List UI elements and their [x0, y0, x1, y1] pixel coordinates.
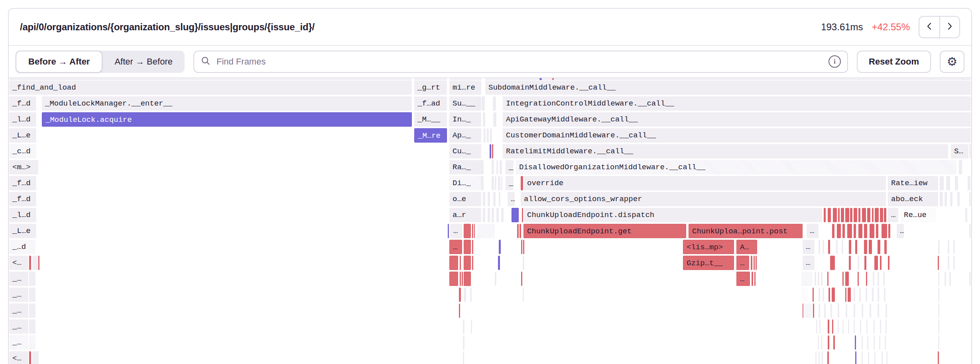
flame-sliver[interactable]	[858, 224, 862, 238]
flame-sliver[interactable]	[477, 224, 495, 238]
flame-frame[interactable]: In…_	[449, 112, 481, 127]
flame-sliver[interactable]	[869, 240, 872, 254]
flame-sliver[interactable]	[463, 319, 464, 334]
flame-sliver[interactable]	[819, 240, 820, 254]
flame-sliver[interactable]	[819, 319, 821, 334]
flame-sliver[interactable]	[29, 288, 35, 302]
flame-sliver[interactable]	[493, 96, 496, 111]
flame-sliver[interactable]	[449, 256, 458, 270]
flame-sliver[interactable]	[884, 288, 886, 302]
flame-frame[interactable]: ApiGatewayMiddleware.__call__	[503, 112, 971, 127]
flame-frame[interactable]: …	[736, 272, 750, 286]
flame-sliver[interactable]	[463, 351, 464, 364]
flame-sliver[interactable]	[866, 288, 867, 302]
flame-sliver[interactable]	[854, 319, 855, 334]
flame-sliver[interactable]	[827, 351, 829, 364]
flame-sliver[interactable]	[867, 208, 870, 222]
flame-sliver[interactable]	[969, 272, 971, 286]
flame-sliver[interactable]	[816, 319, 817, 334]
flame-frame[interactable]: _ModuleLock.acquire	[42, 112, 412, 127]
flame-frame[interactable]: _…	[9, 335, 28, 350]
flame-frame[interactable]: Ra…_	[449, 160, 481, 174]
flame-sliver[interactable]	[850, 208, 852, 222]
flame-sliver[interactable]	[492, 144, 493, 159]
flame-sliver[interactable]	[938, 303, 939, 318]
flame-sliver[interactable]	[498, 256, 500, 270]
flame-sliver[interactable]	[830, 303, 832, 318]
flame-sliver[interactable]	[496, 160, 498, 174]
flame-sliver[interactable]	[828, 335, 829, 350]
flame-frame[interactable]: …	[450, 224, 462, 238]
flame-sliver[interactable]	[884, 240, 887, 254]
flame-sliver[interactable]	[464, 240, 471, 254]
flame-sliver[interactable]	[874, 319, 875, 334]
flame-frame[interactable]: …	[897, 224, 904, 238]
flame-frame[interactable]: override	[524, 176, 886, 190]
flame-sliver[interactable]	[493, 112, 496, 127]
flame-sliver[interactable]	[815, 351, 817, 364]
flame-frame[interactable]: _…	[9, 288, 28, 302]
flame-sliver[interactable]	[490, 128, 492, 143]
flame-frame[interactable]: _L…e	[9, 224, 36, 238]
flame-sliver[interactable]	[845, 288, 846, 302]
flame-sliver[interactable]	[862, 208, 866, 222]
flame-sliver[interactable]	[859, 288, 861, 302]
flame-frame[interactable]: o…e	[449, 192, 481, 206]
flame-sliver[interactable]	[29, 351, 31, 364]
flame-sliver[interactable]	[888, 256, 889, 270]
flame-frame[interactable]: _c…d	[9, 144, 36, 159]
flame-frame[interactable]: Rate…iew	[888, 176, 938, 190]
flame-sliver[interactable]	[521, 272, 522, 286]
flame-sliver[interactable]	[499, 192, 500, 206]
flame-sliver[interactable]	[870, 303, 871, 318]
flame-frame[interactable]: …	[508, 192, 515, 206]
flame-frame[interactable]: _f…ad	[414, 96, 447, 111]
flame-sliver[interactable]	[754, 256, 755, 270]
flame-frame[interactable]: _…	[506, 176, 514, 190]
flamegraph-canvas[interactable]: _find_and_load_g…rtmi…reSubdomainMiddlew…	[9, 78, 971, 364]
flame-sliver[interactable]	[801, 272, 813, 286]
flame-sliver[interactable]	[940, 176, 944, 190]
flame-sliver[interactable]	[483, 208, 485, 222]
toggle-after-before[interactable]: After → Before	[102, 51, 185, 73]
toggle-before-after[interactable]: Before → After	[16, 51, 102, 73]
flame-sliver[interactable]	[866, 272, 867, 286]
flame-sliver[interactable]	[492, 208, 494, 222]
flame-frame[interactable]: SubdomainMiddleware.__call__	[485, 80, 971, 95]
flame-frame[interactable]: CustomerDomainMiddleware.__call__	[503, 128, 971, 143]
flame-sliver[interactable]	[460, 272, 461, 286]
flame-frame[interactable]: ChunkUploa…point.post	[689, 224, 803, 238]
flame-sliver[interactable]	[827, 272, 828, 286]
flame-sliver[interactable]	[501, 208, 504, 222]
flame-sliver[interactable]	[804, 303, 812, 318]
flame-sliver[interactable]	[552, 78, 554, 80]
flame-frame[interactable]: IntegrationControlMiddleware.__call__	[503, 96, 971, 111]
flame-sliver[interactable]	[496, 208, 499, 222]
flame-sliver[interactable]	[872, 288, 874, 302]
flame-sliver[interactable]	[862, 335, 863, 350]
flame-sliver[interactable]	[878, 288, 879, 302]
flame-sliver[interactable]	[878, 303, 879, 318]
flame-sliver[interactable]	[959, 160, 962, 174]
flame-frame[interactable]: a…r	[449, 208, 481, 222]
flame-sliver[interactable]	[495, 176, 496, 190]
flame-sliver[interactable]	[837, 224, 841, 238]
flame-sliver[interactable]	[818, 272, 819, 286]
flame-sliver[interactable]	[492, 176, 494, 190]
flame-frame[interactable]: …	[803, 240, 815, 254]
flame-sliver[interactable]	[845, 272, 849, 286]
flame-sliver[interactable]	[29, 272, 35, 286]
flame-sliver[interactable]	[813, 288, 814, 302]
flame-sliver[interactable]	[464, 224, 471, 238]
flame-sliver[interactable]	[488, 208, 490, 222]
flame-sliver[interactable]	[838, 303, 839, 318]
flame-sliver[interactable]	[847, 224, 852, 238]
flame-sliver[interactable]	[950, 192, 952, 206]
flame-sliver[interactable]	[485, 78, 971, 80]
flame-frame[interactable]: Re…ue	[901, 208, 936, 222]
flame-sliver[interactable]	[477, 96, 480, 111]
flame-sliver[interactable]	[828, 240, 830, 254]
flame-sliver[interactable]	[460, 256, 461, 270]
flame-sliver[interactable]	[819, 351, 820, 364]
flame-sliver[interactable]	[855, 351, 856, 364]
